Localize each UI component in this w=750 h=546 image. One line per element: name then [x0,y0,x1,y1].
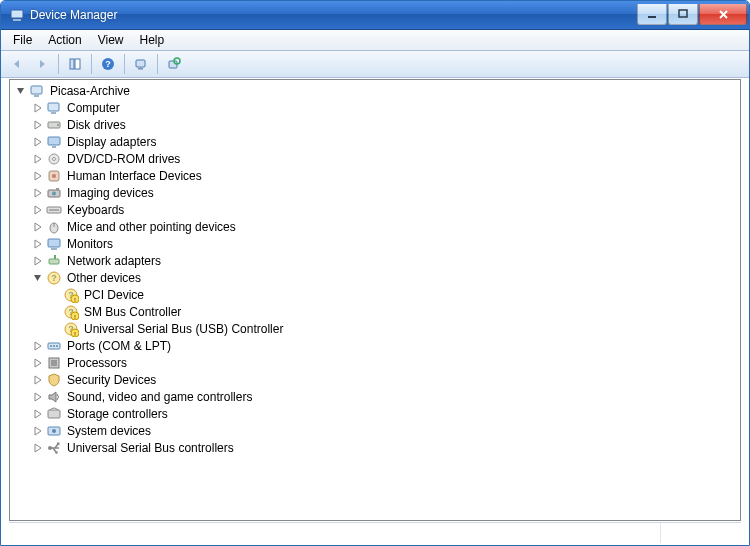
category-node[interactable]: Ports (COM & LPT) [31,337,740,354]
category-node[interactable]: Display adapters [31,133,740,150]
expand-icon[interactable] [31,339,45,353]
toolbar-separator [157,54,158,74]
category-node[interactable]: Other devices [31,269,740,286]
expand-icon[interactable] [31,356,45,370]
svg-rect-8 [136,60,145,67]
system-icon [46,423,62,439]
close-button[interactable] [699,4,747,25]
menu-view[interactable]: View [90,31,132,49]
category-node[interactable]: Monitors [31,235,740,252]
menu-file[interactable]: File [5,31,40,49]
category-label: Human Interface Devices [65,169,204,183]
app-icon [9,7,25,23]
category-label: Security Devices [65,373,158,387]
collapse-icon[interactable] [31,271,45,285]
expand-icon[interactable] [31,407,45,421]
category-node[interactable]: DVD/CD-ROM drives [31,150,740,167]
unknown-device-warning-icon [63,287,79,303]
category-node[interactable]: Keyboards [31,201,740,218]
monitor-icon [46,236,62,252]
expand-icon[interactable] [31,237,45,251]
category-node[interactable]: Mice and other pointing devices [31,218,740,235]
expand-icon[interactable] [31,118,45,132]
category-node[interactable]: Network adapters [31,252,740,269]
device-label: Universal Serial Bus (USB) Controller [82,322,285,336]
keyboard-icon [46,202,62,218]
update-driver-button[interactable] [162,52,186,76]
expand-icon[interactable] [31,220,45,234]
svg-rect-9 [138,68,143,70]
category-label: Mice and other pointing devices [65,220,238,234]
category-node[interactable]: System devices [31,422,740,439]
help-button[interactable]: ? [96,52,120,76]
category-node[interactable]: Computer [31,99,740,116]
category-label: DVD/CD-ROM drives [65,152,182,166]
category-label: Keyboards [65,203,126,217]
root-node[interactable]: Picasa-Archive [14,82,740,99]
category-node[interactable]: Human Interface Devices [31,167,740,184]
category-node[interactable]: Security Devices [31,371,740,388]
category-label: Universal Serial Bus controllers [65,441,236,455]
toolbar-separator [124,54,125,74]
menu-help[interactable]: Help [132,31,173,49]
imaging-icon [46,185,62,201]
mouse-icon [46,219,62,235]
scan-hardware-button[interactable] [129,52,153,76]
disk-icon [46,117,62,133]
toolbar-separator [58,54,59,74]
expand-icon[interactable] [31,186,45,200]
display-icon [46,134,62,150]
svg-rect-13 [34,95,39,97]
expand-icon[interactable] [31,203,45,217]
category-node[interactable]: Sound, video and game controllers [31,388,740,405]
computer-root-icon [29,83,45,99]
maximize-button[interactable] [668,4,698,25]
svg-rect-3 [679,10,687,17]
category-node[interactable]: Universal Serial Bus controllers [31,439,740,456]
svg-rect-1 [13,19,21,21]
menu-bar: File Action View Help [1,30,749,51]
hid-icon [46,168,62,184]
root-label: Picasa-Archive [48,84,132,98]
cpu-icon [46,355,62,371]
expand-icon[interactable] [31,424,45,438]
expand-icon[interactable] [31,373,45,387]
back-button [5,52,29,76]
expand-icon[interactable] [31,254,45,268]
unknown-device-warning-icon [63,304,79,320]
expand-icon[interactable] [31,135,45,149]
port-icon [46,338,62,354]
expand-icon[interactable] [31,152,45,166]
minimize-button[interactable] [637,4,667,25]
expand-icon[interactable] [31,441,45,455]
window-title: Device Manager [30,8,636,22]
title-bar: Device Manager [1,1,749,30]
expand-icon[interactable] [31,101,45,115]
svg-rect-5 [75,59,80,69]
storage-icon [46,406,62,422]
category-node[interactable]: Processors [31,354,740,371]
other-icon [46,270,62,286]
category-node[interactable]: Disk drives [31,116,740,133]
collapse-icon[interactable] [14,84,28,98]
usb-icon [46,440,62,456]
status-cell [9,523,661,543]
computer-icon [46,100,62,116]
unknown-device-warning-icon [63,321,79,337]
toolbar-separator [91,54,92,74]
category-label: Storage controllers [65,407,170,421]
expand-icon[interactable] [31,169,45,183]
device-node[interactable]: Universal Serial Bus (USB) Controller [48,320,740,337]
expand-icon[interactable] [31,390,45,404]
forward-button [30,52,54,76]
category-label: Ports (COM & LPT) [65,339,173,353]
show-hide-tree-button[interactable] [63,52,87,76]
device-tree[interactable]: Picasa-Archive ComputerDisk drivesDispla… [9,79,741,521]
category-label: Monitors [65,237,115,251]
menu-action[interactable]: Action [40,31,89,49]
device-node[interactable]: SM Bus Controller [48,303,740,320]
device-node[interactable]: PCI Device [48,286,740,303]
device-manager-window: Device Manager File Action View Help ? [0,0,750,546]
category-node[interactable]: Storage controllers [31,405,740,422]
category-node[interactable]: Imaging devices [31,184,740,201]
